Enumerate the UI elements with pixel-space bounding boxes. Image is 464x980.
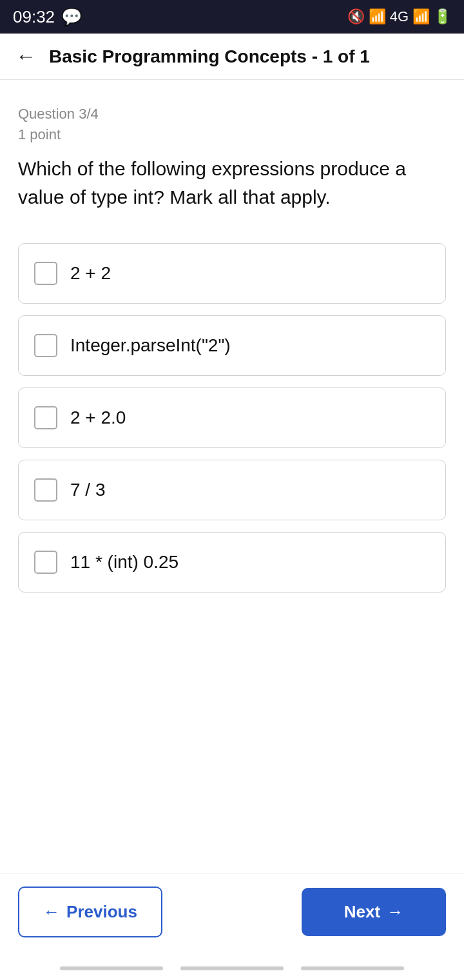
next-arrow-icon: → [387,902,403,922]
next-label: Next [344,902,380,922]
option-item-5[interactable]: 11 * (int) 0.25 [18,532,446,593]
4g-label: 4G [390,8,409,25]
status-left: 09:32 💬 [13,7,82,27]
question-points: 1 point [18,126,446,143]
prev-arrow-icon: ← [43,902,60,922]
option-item-2[interactable]: Integer.parseInt("2") [18,315,446,376]
option-item-4[interactable]: 7 / 3 [18,460,446,520]
page-title: Basic Programming Concepts - 1 of 1 [49,46,370,67]
status-time: 09:32 [13,7,55,27]
checkbox-4[interactable] [34,478,57,502]
option-label-5: 11 * (int) 0.25 [70,552,179,573]
question-text: Which of the following expressions produ… [18,155,446,211]
top-nav: ← Basic Programming Concepts - 1 of 1 [0,34,464,80]
option-label-1: 2 + 2 [70,263,111,284]
main-content: Question 3/4 1 point Which of the follow… [0,80,464,873]
status-right: 🔇 📶 4G 📶 🔋 [347,8,451,25]
next-button[interactable]: Next → [302,888,446,936]
battery-icon: 🔋 [434,8,451,25]
signal-icon2: 📶 [412,8,430,25]
bottom-nav: ← Previous Next → [0,873,464,957]
mute-icon: 🔇 [347,8,365,25]
checkbox-1[interactable] [34,262,57,285]
back-button[interactable]: ← [13,42,39,71]
options-list: 2 + 2 Integer.parseInt("2") 2 + 2.0 7 / … [18,243,446,593]
indicator-pill-3 [301,966,404,970]
bottom-indicator [0,957,464,980]
checkbox-2[interactable] [34,334,57,357]
option-item-3[interactable]: 2 + 2.0 [18,387,446,448]
indicator-pill-2 [180,966,284,970]
checkbox-3[interactable] [34,406,57,429]
option-item-1[interactable]: 2 + 2 [18,243,446,304]
chat-icon: 💬 [61,7,82,27]
signal-icon: 📶 [369,8,386,25]
status-bar: 09:32 💬 🔇 📶 4G 📶 🔋 [0,0,464,34]
option-label-3: 2 + 2.0 [70,407,126,428]
option-label-2: Integer.parseInt("2") [70,335,231,356]
checkbox-5[interactable] [34,551,57,574]
option-label-4: 7 / 3 [70,480,105,500]
indicator-pill-1 [60,966,163,970]
content-spacer [18,593,446,860]
previous-label: Previous [66,902,137,922]
question-meta: Question 3/4 [18,106,446,122]
previous-button[interactable]: ← Previous [18,887,162,937]
